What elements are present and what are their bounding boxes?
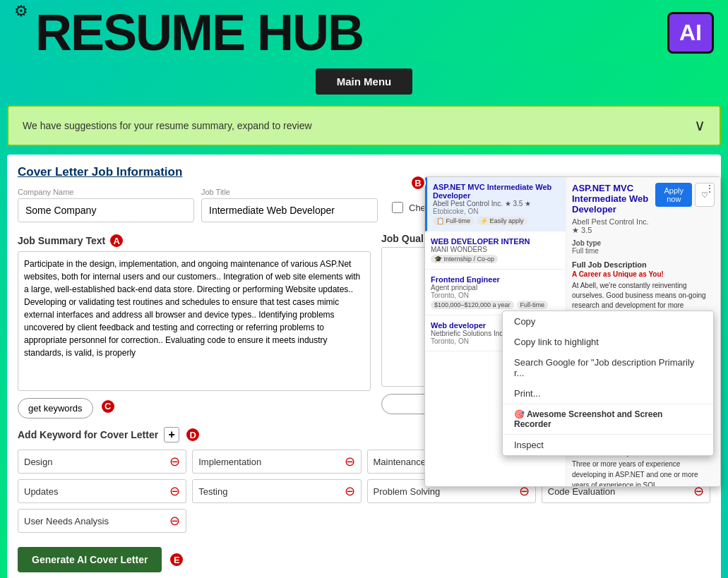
full-description-label: Full Job Description bbox=[572, 260, 715, 269]
keyword-remove-button[interactable]: ⊖ bbox=[345, 485, 355, 498]
annotation-e: E bbox=[169, 552, 184, 567]
add-keyword-label: Add Keyword for Cover Letter bbox=[18, 429, 158, 440]
keyword-text: Design bbox=[24, 457, 52, 467]
context-menu: Copy Copy link to highlight Search Googl… bbox=[502, 311, 714, 456]
keyword-text: Maintenance bbox=[374, 457, 426, 467]
chevron-down-icon[interactable]: ∨ bbox=[694, 116, 705, 135]
annotation-a: A bbox=[109, 233, 124, 248]
generate-cover-letter-button[interactable]: Generate AI Cover Letter bbox=[18, 547, 162, 572]
generate-row: Generate AI Cover Letter E bbox=[18, 543, 710, 572]
easy-apply-badge: ⚡ Easily apply bbox=[477, 217, 527, 225]
keyword-item-user-needs-analysis: User Needs Analysis ⊖ bbox=[18, 509, 186, 533]
main-menu-button[interactable]: Main Menu bbox=[316, 68, 413, 95]
job-company: MANI WONDERS bbox=[431, 246, 560, 253]
app-header: ⚙ RESUME HUB AI bbox=[0, 0, 728, 61]
job-detail-title: ASP.NET MVC Intermediate Web Developer bbox=[572, 183, 655, 215]
job-type-badge: 🎓 Internship / Co-op bbox=[431, 255, 498, 263]
cover-letter-checkbox[interactable] bbox=[392, 202, 403, 213]
context-menu-print[interactable]: Print... bbox=[503, 383, 713, 404]
job-badges: $100,000–$120,000 a year Full-time bbox=[431, 301, 560, 309]
job-type-row: Job typeFull time bbox=[572, 239, 715, 255]
context-menu-inspect[interactable]: Inspect bbox=[503, 435, 713, 455]
job-company: Agent principal bbox=[431, 284, 560, 291]
job-company: Abell Pest Control Inc. ★ 3.5 ★ bbox=[433, 200, 560, 207]
job-location: Etobicoke, ON bbox=[433, 207, 560, 215]
annotation-b-position: B bbox=[410, 175, 426, 191]
job-badges: 📋 Full-time ⚡ Easily apply bbox=[433, 217, 560, 225]
keyword-text: Implementation bbox=[198, 457, 261, 467]
context-menu-copy[interactable]: Copy bbox=[503, 311, 713, 332]
context-menu-extension[interactable]: 🎯 Awesome Screenshot and Screen Recorder bbox=[503, 404, 713, 434]
context-menu-search-google[interactable]: Search Google for "Job description Prima… bbox=[503, 352, 713, 383]
suggestion-banner: We have suggestions for your resume summ… bbox=[7, 105, 721, 146]
ai-badge: AI bbox=[667, 12, 714, 54]
app-logo: RESUME HUB bbox=[35, 7, 363, 58]
logo-area: ⚙ RESUME HUB bbox=[14, 7, 363, 58]
job-detail-company: Abell Pest Control Inc. ★ 3.5 bbox=[572, 217, 655, 235]
company-input[interactable] bbox=[18, 198, 194, 222]
job-location: Toronto, ON bbox=[431, 291, 560, 299]
job-item-selected[interactable]: ASP.NET MVC Intermediate Web Developer A… bbox=[425, 177, 566, 231]
main-menu-bar: Main Menu bbox=[0, 61, 728, 105]
job-summary-group: Job Summary Text A Participate in the de… bbox=[18, 233, 371, 419]
keyword-text: User Needs Analysis bbox=[24, 516, 109, 526]
keyword-remove-button[interactable]: ⊖ bbox=[169, 514, 180, 527]
keyword-remove-button[interactable]: ⊖ bbox=[345, 455, 355, 468]
annotation-d: D bbox=[185, 427, 201, 442]
job-type-badge: Full-time bbox=[517, 301, 549, 309]
job-title: ASP.NET MVC Intermediate Web Developer bbox=[433, 183, 560, 200]
job-title-label: Job Title bbox=[201, 188, 378, 196]
job-summary-textarea[interactable]: Participate in the design, implementatio… bbox=[18, 251, 371, 391]
annotation-b: B bbox=[410, 175, 426, 191]
keyword-item-testing: Testing ⊖ bbox=[192, 479, 361, 503]
company-field-group: Company Name bbox=[18, 188, 194, 222]
keyword-remove-button[interactable]: ⊖ bbox=[169, 455, 180, 468]
skills-text: Three or more years of experience develo… bbox=[572, 459, 715, 486]
context-menu-copy-link[interactable]: Copy link to highlight bbox=[503, 332, 713, 352]
keyword-remove-button[interactable]: ⊖ bbox=[169, 485, 180, 498]
keyword-item-updates: Updates ⊖ bbox=[18, 479, 186, 503]
career-heading: A Career as Unique as You! bbox=[572, 270, 715, 278]
job-item-2[interactable]: WEB DEVELOPER INTERN MANI WONDERS 🎓 Inte… bbox=[425, 231, 566, 270]
keyword-text: Code Evaluation bbox=[548, 486, 615, 497]
add-keyword-plus-button[interactable]: + bbox=[164, 427, 179, 442]
job-summary-label: Job Summary Text bbox=[18, 235, 105, 246]
job-badges: 🎓 Internship / Co-op bbox=[431, 255, 560, 263]
job-title: WEB DEVELOPER INTERN bbox=[431, 237, 560, 246]
job-title-field-group: Job Title bbox=[201, 188, 378, 222]
annotation-c: C bbox=[100, 399, 116, 414]
gear-icon: ⚙ bbox=[14, 2, 28, 20]
job-title: Frontend Engineer bbox=[431, 275, 560, 284]
keyword-text: Problem Solving bbox=[374, 486, 441, 497]
salary-badge: $100,000–$120,000 a year bbox=[431, 301, 514, 309]
job-item-3[interactable]: Frontend Engineer Agent principal Toront… bbox=[425, 270, 566, 315]
keyword-item-implementation: Implementation ⊖ bbox=[192, 450, 361, 474]
apply-button[interactable]: Apply now bbox=[655, 183, 692, 207]
job-title-input[interactable] bbox=[201, 198, 378, 222]
keyword-text: Updates bbox=[24, 486, 58, 497]
get-keywords-button-left[interactable]: get keywords bbox=[18, 398, 93, 419]
company-label: Company Name bbox=[18, 188, 194, 196]
keyword-text: Testing bbox=[198, 486, 227, 497]
keyword-item-design: Design ⊖ bbox=[18, 450, 186, 474]
suggestion-text: We have suggestions for your resume summ… bbox=[23, 120, 312, 131]
job-type-badge: 📋 Full-time bbox=[433, 217, 474, 225]
job-summary-label-row: Job Summary Text A bbox=[18, 233, 371, 248]
